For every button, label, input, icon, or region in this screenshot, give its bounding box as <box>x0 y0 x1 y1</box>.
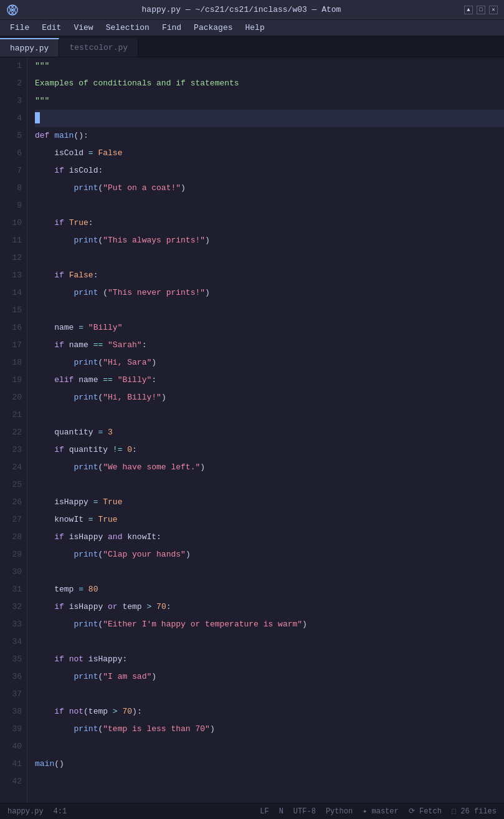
line-num-37: 37 <box>2 686 22 703</box>
code-line-13: if False: <box>35 267 504 284</box>
line-num-5: 5 <box>2 127 22 145</box>
code-line-42 <box>35 773 504 790</box>
line-num-12: 12 <box>2 249 22 267</box>
status-language[interactable]: Python <box>326 807 353 816</box>
line-num-29: 29 <box>2 546 22 563</box>
code-line-15 <box>35 302 504 319</box>
status-fetch[interactable]: ⟳ Fetch <box>409 807 442 816</box>
line-num-10: 10 <box>2 214 22 232</box>
code-line-20: print("Hi, Billy!") <box>35 389 504 406</box>
menu-selection[interactable]: Selection <box>101 22 155 34</box>
line-num-24: 24 <box>2 459 22 476</box>
code-area[interactable]: """ Examples of conditionals and if stat… <box>27 57 504 803</box>
code-line-35: if not isHappy: <box>35 651 504 668</box>
line-num-4: 4 <box>2 110 22 127</box>
line-numbers: 1 2 3 4 5 6 7 8 9 10 11 12 13 14 15 16 1… <box>0 57 27 803</box>
status-position[interactable]: 4:1 <box>54 807 67 816</box>
minimize-button[interactable]: ▲ <box>464 6 473 14</box>
tab-happy-py[interactable]: happy.py <box>0 38 59 57</box>
status-encoding[interactable]: UTF-8 <box>293 807 316 816</box>
menu-help[interactable]: Help <box>240 22 270 34</box>
code-line-30 <box>35 563 504 581</box>
menu-edit[interactable]: Edit <box>37 22 66 34</box>
line-num-27: 27 <box>2 511 22 529</box>
line-num-14: 14 <box>2 284 22 302</box>
code-line-26: isHappy = True <box>35 494 504 511</box>
line-num-35: 35 <box>2 651 22 668</box>
status-right: LF N UTF-8 Python ✦ master ⟳ Fetch ⬚ 26 … <box>260 807 497 816</box>
status-left: happy.py 4:1 <box>7 807 67 816</box>
code-line-38: if not(temp > 70): <box>35 703 504 721</box>
svg-point-3 <box>11 9 14 11</box>
code-line-1: """ <box>35 57 504 75</box>
code-line-34 <box>35 633 504 651</box>
menu-find[interactable]: Find <box>157 22 186 34</box>
code-line-29: print("Clap your hands") <box>35 546 504 563</box>
code-line-37 <box>35 686 504 703</box>
line-num-17: 17 <box>2 337 22 354</box>
menu-file[interactable]: File <box>5 22 34 34</box>
code-line-24: print("We have some left.") <box>35 459 504 476</box>
code-line-16: name = "Billy" <box>35 319 504 337</box>
status-line-ending[interactable]: LF <box>260 807 269 816</box>
code-line-19: elif name == "Billy": <box>35 371 504 389</box>
line-num-20: 20 <box>2 389 22 406</box>
line-num-1: 1 <box>2 57 22 75</box>
code-line-5: def main(): <box>35 127 504 145</box>
code-line-6: isCold = False <box>35 145 504 162</box>
line-num-26: 26 <box>2 494 22 511</box>
status-bar: happy.py 4:1 LF N UTF-8 Python ✦ master … <box>0 803 504 819</box>
line-num-2: 2 <box>2 75 22 92</box>
line-num-40: 40 <box>2 738 22 755</box>
code-line-36: print("I am sad") <box>35 668 504 686</box>
line-num-21: 21 <box>2 406 22 424</box>
line-num-32: 32 <box>2 598 22 616</box>
line-num-36: 36 <box>2 668 22 686</box>
code-line-23: if quantity != 0: <box>35 441 504 459</box>
title-bar: happy.py — ~/cs21/cs21/inclass/w03 — Ato… <box>0 0 504 20</box>
code-line-7: if isCold: <box>35 162 504 180</box>
line-num-42: 42 <box>2 773 22 790</box>
status-filename[interactable]: happy.py <box>7 807 44 816</box>
code-line-11: print("This always prints!") <box>35 232 504 249</box>
code-line-14: print ("This never prints!") <box>35 284 504 302</box>
code-line-27: knowIt = True <box>35 511 504 529</box>
code-line-22: quantity = 3 <box>35 424 504 441</box>
line-num-39: 39 <box>2 721 22 738</box>
code-line-4 <box>35 110 504 127</box>
status-indent[interactable]: N <box>279 807 283 816</box>
line-num-9: 9 <box>2 197 22 214</box>
line-num-6: 6 <box>2 145 22 162</box>
tab-testcolor-py[interactable]: testcolor.py <box>59 38 138 57</box>
line-num-38: 38 <box>2 703 22 721</box>
line-num-15: 15 <box>2 302 22 319</box>
code-line-39: print("temp is less than 70") <box>35 721 504 738</box>
status-files[interactable]: ⬚ 26 files <box>452 807 497 816</box>
line-num-8: 8 <box>2 180 22 197</box>
code-line-21 <box>35 406 504 424</box>
cursor <box>35 112 40 123</box>
line-num-11: 11 <box>2 232 22 249</box>
window-title: happy.py — ~/cs21/cs21/inclass/w03 — Ato… <box>19 5 464 14</box>
line-num-7: 7 <box>2 162 22 180</box>
line-num-23: 23 <box>2 441 22 459</box>
menu-packages[interactable]: Packages <box>189 22 237 34</box>
maximize-button[interactable]: □ <box>477 6 485 14</box>
line-num-18: 18 <box>2 354 22 371</box>
title-bar-left <box>6 4 19 16</box>
title-bar-controls: ▲ □ ✕ <box>464 6 498 14</box>
status-branch[interactable]: ✦ master <box>363 807 399 816</box>
line-num-3: 3 <box>2 92 22 110</box>
code-line-3: """ <box>35 92 504 110</box>
close-button[interactable]: ✕ <box>489 6 498 14</box>
code-line-41: main() <box>35 755 504 773</box>
code-line-40 <box>35 738 504 755</box>
line-num-16: 16 <box>2 319 22 337</box>
code-line-28: if isHappy and knowIt: <box>35 529 504 546</box>
code-line-18: print("Hi, Sara") <box>35 354 504 371</box>
atom-icon <box>6 4 19 16</box>
menu-view[interactable]: View <box>69 22 98 34</box>
code-line-8: print("Put on a coat!") <box>35 180 504 197</box>
menu-bar: File Edit View Selection Find Packages H… <box>0 20 504 36</box>
code-line-12 <box>35 249 504 267</box>
